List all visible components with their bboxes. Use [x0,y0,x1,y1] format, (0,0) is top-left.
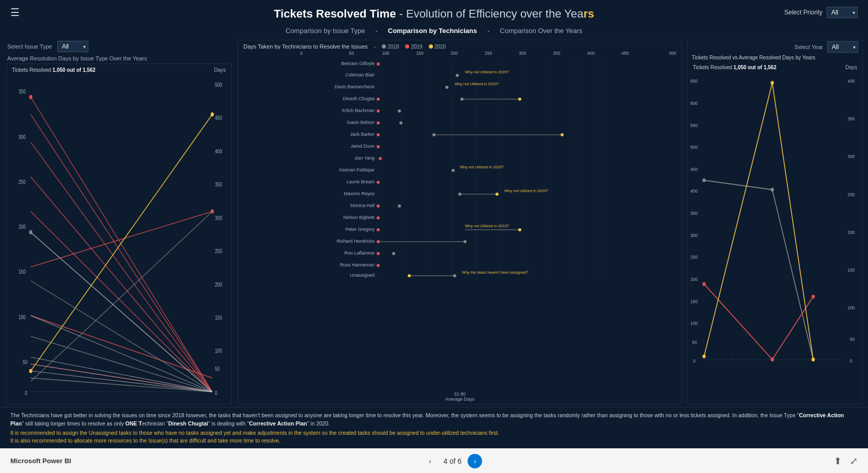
priority-select-wrapper[interactable]: All [827,7,858,18]
priority-dropdown[interactable]: All [827,7,858,18]
svg-text:200: 200 [19,224,26,230]
nav-technicians[interactable]: Comparison by Technicians [388,27,477,35]
svg-point-151 [812,358,815,361]
right-chart-subtitle: Tickets Resolved 1,050 out of 1,562 [693,65,777,70]
svg-text:250: 250 [215,248,222,254]
svg-text:300: 300 [847,154,855,160]
svg-text:0: 0 [693,358,696,364]
left-panel: Select Issue Type All Average Resolution… [5,40,233,404]
svg-text:Why not Utilized in 2020?: Why not Utilized in 2020? [460,165,504,169]
hamburger-icon[interactable]: ☰ [10,6,20,19]
svg-text:350: 350 [690,211,698,216]
priority-label: Select Priority [784,9,823,16]
svg-text:300: 300 [215,215,222,221]
left-chart-header: Tickets Resolved 1,050 out of 1,562 Days [7,64,231,73]
svg-text:Unassigned: Unassigned [350,273,375,278]
svg-point-55 [377,62,380,66]
svg-point-81 [379,157,382,160]
svg-line-34 [31,212,212,382]
svg-text:Bertram Gilfoyle: Bertram Gilfoyle [341,61,375,66]
nav-years[interactable]: Comparison Over the Years [500,27,583,35]
left-chart: Tickets Resolved 1,050 out of 1,562 Days… [6,64,231,404]
right-days-label: Days [845,65,857,70]
share-icon[interactable]: ⬆ [834,455,842,467]
svg-text:350: 350 [215,181,222,187]
issue-type-controls: Select Issue Type All [5,40,233,55]
expand-icon[interactable]: ⤢ [850,455,858,467]
middle-title: Days Taken by Technicians to Resolve the… [243,43,368,50]
svg-text:450: 450 [690,166,698,172]
svg-text:400: 400 [215,148,222,154]
svg-text:Russ Hanneman: Russ Hanneman [340,262,375,267]
svg-point-113 [453,274,456,277]
priority-select: Select Priority All [784,7,858,18]
svg-point-76 [432,133,436,136]
svg-text:Richard Hendricks: Richard Hendricks [336,239,375,244]
right-chart-area: Tickets Resolved 1,050 out of 1,562 Days… [688,61,862,404]
svg-point-60 [445,86,448,89]
svg-point-79 [377,145,380,148]
svg-line-31 [31,336,212,391]
prev-page-button[interactable]: ‹ [423,454,437,468]
svg-point-72 [399,121,402,124]
svg-line-30 [31,281,212,392]
svg-text:150: 150 [690,298,698,304]
year-dropdown[interactable]: All [827,41,858,53]
svg-point-57 [456,74,459,77]
right-panel: Select Year All Tickets Resolved vs Aver… [687,40,863,404]
svg-text:100: 100 [847,305,855,310]
svg-text:0: 0 [850,358,853,364]
svg-point-83 [452,169,455,172]
main-container: ☰ Tickets Resolved Time - Evolution of E… [0,0,868,473]
svg-text:Why the tasks haven't been ass: Why the tasks haven't been assigned? [462,270,528,275]
taskbar: Microsoft Power BI ‹ 4 of 6 › ⬆ ⤢ [0,448,868,473]
svg-point-89 [458,193,461,196]
svg-point-146 [703,282,706,286]
svg-text:Why not Utilized in 2020?: Why not Utilized in 2020? [455,82,499,86]
svg-text:500: 500 [690,145,698,150]
svg-line-21 [31,115,212,392]
svg-text:Peter Gregory: Peter Gregory [345,227,375,232]
legend-2020: 2020 [429,44,446,50]
svg-text:Nelson Bighetti: Nelson Bighetti [343,215,375,220]
svg-point-105 [463,240,467,243]
left-days-label: Days [214,67,226,73]
svg-text:Coleman Blair: Coleman Blair [345,72,375,77]
svg-line-25 [31,212,212,267]
svg-point-90 [495,193,499,196]
header: ☰ Tickets Resolved Time - Evolution of E… [0,0,868,25]
svg-text:650: 650 [690,78,698,84]
svg-text:50: 50 [692,339,696,345]
right-chart-svg: 650 600 550 500 450 400 350 300 250 200 … [688,70,862,379]
right-controls: Select Year All [688,40,862,55]
svg-text:Dinesh Chugtai: Dinesh Chugtai [343,96,375,101]
svg-text:Why not Utilized in 2020?: Why not Utilized in 2020? [465,70,509,74]
legend-dot-2019 [405,44,409,49]
issue-type-dropdown[interactable]: All [57,41,88,52]
year-label: Select Year [794,44,823,50]
svg-line-20 [31,97,212,392]
svg-point-40 [29,369,32,373]
left-chart-svg: 350 300 250 200 150 100 50 0 500 450 400… [7,73,231,413]
next-page-button[interactable]: › [468,454,482,468]
svg-point-110 [377,264,380,267]
nav-issue-type[interactable]: Comparison by Issue Type [286,27,365,35]
left-chart-subtitle: Tickets Resolved 1,050 out of 1,562 [12,67,96,73]
svg-text:350: 350 [19,88,26,94]
svg-text:500: 500 [215,82,222,88]
svg-text:400: 400 [847,78,855,84]
svg-text:550: 550 [690,122,698,128]
legend-2019: 2019 [405,44,422,50]
svg-text:450: 450 [215,115,222,121]
legend-dot-2018 [382,44,386,49]
left-panel-title: Average Resolution Days by Issue Type Ov… [5,55,233,64]
svg-text:50: 50 [850,336,855,342]
svg-point-42 [211,210,214,214]
svg-point-100 [518,228,521,231]
nav-bar: Comparison by Issue Type - Comparison by… [0,25,868,40]
svg-point-71 [377,121,380,124]
issue-type-select-wrapper[interactable]: All [57,41,88,52]
svg-point-63 [377,98,380,101]
year-select-wrapper[interactable]: All [827,41,858,53]
issue-type-label: Select Issue Type [7,43,52,50]
